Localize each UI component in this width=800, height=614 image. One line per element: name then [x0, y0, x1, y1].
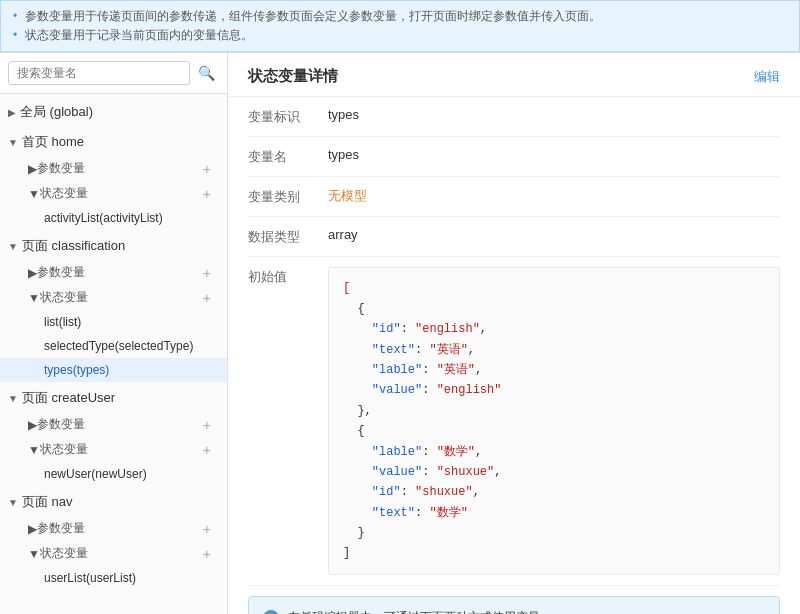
classification-state-label: 状态变量 [40, 289, 203, 306]
arrow-icon-nav-state: ▼ [28, 547, 40, 561]
nav-params-add-icon[interactable]: + [203, 521, 211, 537]
createUser-state-add-icon[interactable]: + [203, 442, 211, 458]
detail-value-id: types [328, 107, 780, 122]
arrow-icon-c-params: ▶ [28, 266, 37, 280]
arrow-icon-params: ▶ [28, 162, 37, 176]
sidebar: 🔍 ▶ 全局 (global) ▼ 首页 home [0, 53, 228, 614]
detail-table: 变量标识 types 变量名 types 变量类别 无模型 数据类型 array [228, 97, 800, 585]
arrow-icon-createUser: ▼ [8, 393, 18, 404]
detail-row-datatype: 数据类型 array [248, 217, 780, 257]
tree-leaf-list-label: list(list) [44, 315, 81, 329]
tree-group-classification: ▼ 页面 classification ▶ 参数变量 + ▼ 状态变量 + [0, 232, 227, 382]
detail-row-name: 变量名 types [248, 137, 780, 177]
tree-group-global-header[interactable]: ▶ 全局 (global) [0, 98, 227, 126]
tree-leaf-newUser[interactable]: newUser(newUser) [0, 462, 227, 486]
code-block: [ { "id": "english", "text": "英语", "labl… [328, 267, 780, 574]
arrow-icon-nav: ▼ [8, 497, 18, 508]
tree-leaf-types-label: types(types) [44, 363, 109, 377]
arrow-icon-classification: ▼ [8, 241, 18, 252]
detail-row-id: 变量标识 types [248, 97, 780, 137]
arrow-icon-cu-state: ▼ [28, 443, 40, 457]
nav-state-add-icon[interactable]: + [203, 546, 211, 562]
bottom-hint: i 在低码编辑器中，可通过下面两种方式使用变量： 选中组件，点击组件配置面板中的… [248, 596, 780, 614]
hint-title: 在低码编辑器中，可通过下面两种方式使用变量： [288, 610, 552, 614]
tree-group-createUser-label: 页面 createUser [22, 389, 115, 407]
detail-value-name: types [328, 147, 780, 162]
detail-header: 状态变量详情 编辑 [228, 53, 800, 97]
home-params-row[interactable]: ▶ 参数变量 + [0, 156, 227, 181]
detail-label-name: 变量名 [248, 147, 328, 166]
info-bar: • 参数变量用于传递页面间的参数传递，组件传参数页面会定义参数变量，打开页面时绑… [0, 0, 800, 52]
info-line-1: 参数变量用于传递页面间的参数传递，组件传参数页面会定义参数变量，打开页面时绑定参… [25, 9, 601, 23]
home-state-label: 状态变量 [40, 185, 203, 202]
tree-group-home: ▼ 首页 home ▶ 参数变量 + ▼ 状态变量 + [0, 128, 227, 230]
detail-value-category: 无模型 [328, 187, 780, 205]
search-icon[interactable]: 🔍 [194, 63, 219, 83]
tree-leaf-userList[interactable]: userList(userList) [0, 566, 227, 590]
detail-area: 状态变量详情 编辑 变量标识 types 变量名 types 变量类别 无模型 [228, 53, 800, 614]
detail-value-initial: [ { "id": "english", "text": "英语", "labl… [328, 267, 780, 574]
classification-params-label: 参数变量 [37, 264, 203, 281]
classification-state-add-icon[interactable]: + [203, 290, 211, 306]
tree-group-global: ▶ 全局 (global) [0, 98, 227, 126]
info-icon: i [263, 610, 279, 614]
tree-group-global-label: 全局 (global) [20, 103, 93, 121]
nav-state-row[interactable]: ▼ 状态变量 + [0, 541, 227, 566]
tree-group-createUser: ▼ 页面 createUser ▶ 参数变量 + ▼ 状态变量 + newU [0, 384, 227, 486]
search-input[interactable] [8, 61, 190, 85]
arrow-icon: ▶ [8, 107, 16, 118]
detail-label-initial: 初始值 [248, 267, 328, 286]
createUser-params-row[interactable]: ▶ 参数变量 + [0, 412, 227, 437]
tree-group-nav-header[interactable]: ▼ 页面 nav [0, 488, 227, 516]
tree-leaf-list[interactable]: list(list) [0, 310, 227, 334]
tree-group-home-label: 首页 home [22, 133, 84, 151]
arrow-icon-c-state: ▼ [28, 291, 40, 305]
arrow-icon-cu-params: ▶ [28, 418, 37, 432]
detail-label-category: 变量类别 [248, 187, 328, 206]
tree-leaf-selectedType[interactable]: selectedType(selectedType) [0, 334, 227, 358]
tree-leaf-userList-label: userList(userList) [44, 571, 136, 585]
tree-leaf-activityList[interactable]: activityList(activityList) [0, 206, 227, 230]
tree-leaf-newUser-label: newUser(newUser) [44, 467, 147, 481]
classification-params-row[interactable]: ▶ 参数变量 + [0, 260, 227, 285]
detail-row-category: 变量类别 无模型 [248, 177, 780, 217]
tree-group-nav: ▼ 页面 nav ▶ 参数变量 + ▼ 状态变量 + userList(us [0, 488, 227, 590]
detail-row-initial: 初始值 [ { "id": "english", "text": "英语", "… [248, 257, 780, 585]
search-bar: 🔍 [0, 53, 227, 94]
tree-group-home-header[interactable]: ▼ 首页 home [0, 128, 227, 156]
tree-group-classification-label: 页面 classification [22, 237, 125, 255]
classification-state-row[interactable]: ▼ 状态变量 + [0, 285, 227, 310]
createUser-params-add-icon[interactable]: + [203, 417, 211, 433]
detail-value-datatype: array [328, 227, 780, 242]
arrow-icon-nav-params: ▶ [28, 522, 37, 536]
createUser-state-row[interactable]: ▼ 状态变量 + [0, 437, 227, 462]
home-state-add-icon[interactable]: + [203, 186, 211, 202]
tree-leaf-types[interactable]: types(types) [0, 358, 227, 382]
tree-group-classification-header[interactable]: ▼ 页面 classification [0, 232, 227, 260]
tree-leaf-selectedType-label: selectedType(selectedType) [44, 339, 193, 353]
tree-leaf-activityList-label: activityList(activityList) [44, 211, 163, 225]
arrow-icon-state: ▼ [28, 187, 40, 201]
nav-params-label: 参数变量 [37, 520, 203, 537]
edit-link[interactable]: 编辑 [754, 68, 780, 86]
home-params-add-icon[interactable]: + [203, 161, 211, 177]
detail-label-datatype: 数据类型 [248, 227, 328, 246]
right-panel: 状态变量详情 编辑 变量标识 types 变量名 types 变量类别 无模型 [228, 53, 800, 614]
dot-icon-2: • [13, 28, 17, 42]
createUser-state-label: 状态变量 [40, 441, 203, 458]
app-container: • 参数变量用于传递页面间的参数传递，组件传参数页面会定义参数变量，打开页面时绑… [0, 0, 800, 614]
createUser-params-label: 参数变量 [37, 416, 203, 433]
nav-state-label: 状态变量 [40, 545, 203, 562]
nav-params-row[interactable]: ▶ 参数变量 + [0, 516, 227, 541]
tree-container: ▶ 全局 (global) ▼ 首页 home ▶ 参数变量 + [0, 94, 227, 614]
detail-title: 状态变量详情 [248, 67, 338, 86]
classification-params-add-icon[interactable]: + [203, 265, 211, 281]
home-params-label: 参数变量 [37, 160, 203, 177]
main-area: 🔍 ▶ 全局 (global) ▼ 首页 home [0, 52, 800, 614]
info-line-2: 状态变量用于记录当前页面内的变量信息。 [25, 28, 253, 42]
home-state-row[interactable]: ▼ 状态变量 + [0, 181, 227, 206]
tree-group-nav-label: 页面 nav [22, 493, 73, 511]
detail-label-id: 变量标识 [248, 107, 328, 126]
arrow-icon-home: ▼ [8, 137, 18, 148]
tree-group-createUser-header[interactable]: ▼ 页面 createUser [0, 384, 227, 412]
